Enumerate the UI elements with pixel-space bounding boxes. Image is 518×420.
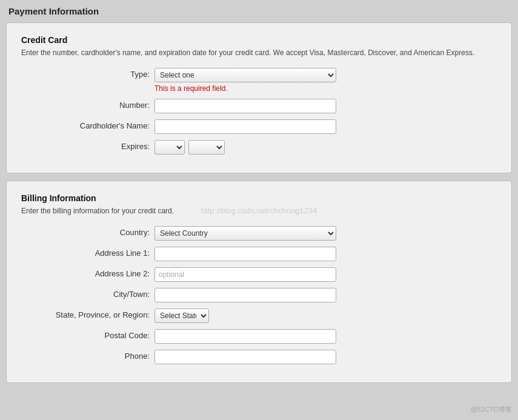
type-select[interactable]: Select one Visa Mastercard Discover Amer… — [154, 68, 336, 82]
country-label: Country: — [21, 226, 154, 237]
phone-field — [154, 350, 336, 364]
address1-field — [154, 247, 336, 261]
number-row: Number: — [21, 99, 497, 113]
type-row: Type: Select one Visa Mastercard Discove… — [21, 68, 497, 93]
country-field: Select Country United States Canada Unit… — [154, 226, 336, 241]
expires-year-select[interactable]: 2024 2025 2026 2027 2028 2029 2030 — [188, 140, 225, 155]
address2-row: Address Line 2: — [21, 267, 497, 282]
address2-field — [154, 267, 336, 282]
postal-row: Postal Code: — [21, 329, 497, 344]
state-select[interactable]: Select State AL AK AZ CA CO FL NY TX — [154, 308, 209, 323]
phone-row: Phone: — [21, 350, 497, 364]
country-row: Country: Select Country United States Ca… — [21, 226, 497, 241]
address1-label: Address Line 1: — [21, 247, 154, 258]
city-input[interactable] — [154, 288, 336, 302]
phone-label: Phone: — [21, 350, 154, 361]
billing-section: Billing Information Enter the billing in… — [6, 181, 512, 383]
number-field — [154, 99, 336, 113]
city-label: City/Town: — [21, 288, 154, 299]
type-field: Select one Visa Mastercard Discover Amer… — [154, 68, 336, 93]
expires-field: 01 02 03 04 05 06 07 08 09 10 11 12 2024 — [154, 140, 225, 155]
expires-month-select[interactable]: 01 02 03 04 05 06 07 08 09 10 11 12 — [154, 140, 185, 155]
credit-card-section: Credit Card Enter the number, cardholder… — [6, 22, 512, 173]
cardholder-label: Cardholder's Name: — [21, 119, 154, 130]
cardholder-input[interactable] — [154, 119, 336, 134]
city-field — [154, 288, 336, 302]
number-input[interactable] — [154, 99, 336, 113]
cardholder-row: Cardholder's Name: — [21, 119, 497, 134]
number-label: Number: — [21, 99, 154, 110]
phone-input[interactable] — [154, 350, 336, 364]
expires-row: Expires: 01 02 03 04 05 06 07 08 09 10 1… — [21, 140, 497, 155]
type-label: Type: — [21, 68, 154, 79]
address1-row: Address Line 1: — [21, 247, 497, 261]
postal-input[interactable] — [154, 329, 336, 344]
address2-input[interactable] — [154, 267, 336, 282]
postal-field — [154, 329, 336, 344]
state-row: State, Province, or Region: Select State… — [21, 308, 497, 323]
cardholder-field — [154, 119, 336, 134]
state-field: Select State AL AK AZ CA CO FL NY TX — [154, 308, 209, 323]
city-row: City/Town: — [21, 288, 497, 302]
credit-card-title: Credit Card — [21, 35, 497, 45]
postal-label: Postal Code: — [21, 329, 154, 340]
address1-input[interactable] — [154, 247, 336, 261]
billing-desc: Enter the billing information for your c… — [21, 205, 497, 216]
page-title: Payment Information — [6, 6, 512, 16]
expires-label: Expires: — [21, 140, 154, 151]
state-label: State, Province, or Region: — [21, 308, 154, 319]
country-select[interactable]: Select Country United States Canada Unit… — [154, 226, 336, 241]
billing-title: Billing Information — [21, 193, 497, 203]
address2-label: Address Line 2: — [21, 267, 154, 278]
credit-card-desc: Enter the number, cardholder's name, and… — [21, 47, 497, 58]
type-error: This is a required field. — [154, 84, 336, 93]
